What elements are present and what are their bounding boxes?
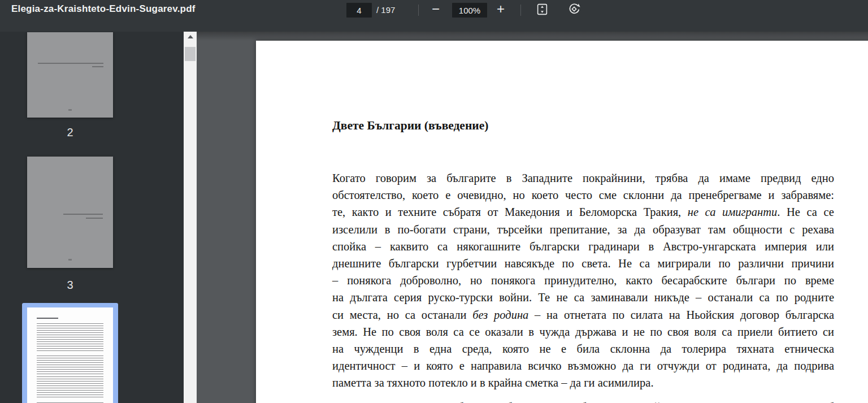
page-number-input[interactable]: 4 bbox=[346, 3, 372, 18]
zoom-level-value[interactable]: 100% bbox=[452, 3, 487, 18]
scrollbar-thumb[interactable] bbox=[185, 47, 196, 61]
scrollbar-up-arrow[interactable] bbox=[184, 32, 197, 42]
thumbnail-sidebar: 2 3 bbox=[0, 32, 184, 403]
thumbnail-text-placeholder bbox=[86, 218, 103, 219]
zoom-out-button[interactable]: − bbox=[426, 1, 446, 17]
body-paragraph: Когато говорим за българите в Западните … bbox=[332, 170, 834, 391]
thumbnail-heading-placeholder bbox=[37, 318, 58, 319]
sidebar-scrollbar[interactable] bbox=[184, 32, 197, 403]
thumbnail-label: 3 bbox=[27, 279, 113, 292]
toolbar-divider bbox=[520, 5, 521, 16]
thumbnail-text-placeholder bbox=[37, 323, 103, 353]
thumbnail-text-placeholder bbox=[92, 66, 103, 67]
paragraph-line: на чужденци в една среда, която не е бил… bbox=[332, 340, 834, 357]
thumbnail-text-placeholder bbox=[63, 214, 103, 215]
paragraph-line: Когато говорим за българите в Западните … bbox=[332, 170, 834, 187]
thumbnail-page-number-mark bbox=[68, 109, 72, 111]
section-heading: Двете Българии (въведение) bbox=[332, 119, 488, 133]
document-viewer[interactable]: Двете Българии (въведение) Когато говори… bbox=[197, 32, 868, 403]
document-filename: Elegia-za-Kraishteto-Edvin-Sugarev.pdf bbox=[11, 3, 196, 15]
paragraph-line: си места, но са останали без родина – на… bbox=[332, 306, 834, 323]
thumbnail-page-content bbox=[27, 307, 113, 403]
paragraph-line: изселили в по-богати страни, търсейки пр… bbox=[332, 221, 834, 238]
paragraph-line: спойка – каквито са някогашните българск… bbox=[332, 238, 834, 255]
page-count-label: / 197 bbox=[376, 5, 395, 15]
paragraph-line: обстоятелство, което е очевидно, но коет… bbox=[332, 187, 834, 203]
thumbnail-text-placeholder bbox=[38, 63, 103, 64]
zoom-in-button[interactable]: + bbox=[491, 1, 511, 17]
pdf-page-4: Двете Българии (въведение) Когато говори… bbox=[256, 41, 868, 403]
paragraph-line: днешните български гурбетчии навсякъде п… bbox=[332, 255, 834, 272]
paragraph-line: земя. Не по своя воля са се оказали в чу… bbox=[332, 323, 834, 340]
rotate-page-button[interactable] bbox=[564, 2, 584, 18]
thumbnail-page-number-mark bbox=[68, 259, 72, 261]
paragraph-line: те, както и техните събратя от Македония… bbox=[332, 203, 834, 220]
paragraph-line: идентичност – и която е направила всичко… bbox=[332, 357, 834, 374]
pdf-viewer-window: Elegia-za-Kraishteto-Edvin-Sugarev.pdf 4… bbox=[0, 0, 868, 403]
thumbnail-page-2[interactable] bbox=[27, 32, 113, 118]
pdf-toolbar: Elegia-za-Kraishteto-Edvin-Sugarev.pdf 4… bbox=[0, 0, 868, 32]
up-arrow-icon bbox=[188, 35, 193, 38]
thumbnail-label: 2 bbox=[27, 126, 113, 139]
thumbnail-text-placeholder bbox=[37, 376, 103, 399]
rotate-page-icon bbox=[567, 2, 581, 18]
paragraph-line: – понякога доброволно, но понякога прину… bbox=[332, 272, 834, 289]
thumbnail-page-3[interactable] bbox=[27, 157, 113, 268]
paragraph-line: на дългата серия руско-турски войни. Те … bbox=[332, 289, 834, 306]
fit-to-page-icon bbox=[536, 3, 549, 18]
partial-text-line: Тежка и незавидна е била съдбата на тия … bbox=[332, 398, 834, 403]
toolbar-divider bbox=[418, 5, 419, 16]
thumbnail-text-placeholder bbox=[37, 356, 103, 374]
paragraph-line: паметта за тяхното потекло и в крайна см… bbox=[332, 374, 834, 391]
thumbnail-page-4-selected[interactable] bbox=[22, 303, 118, 403]
fit-to-page-button[interactable] bbox=[532, 2, 552, 18]
